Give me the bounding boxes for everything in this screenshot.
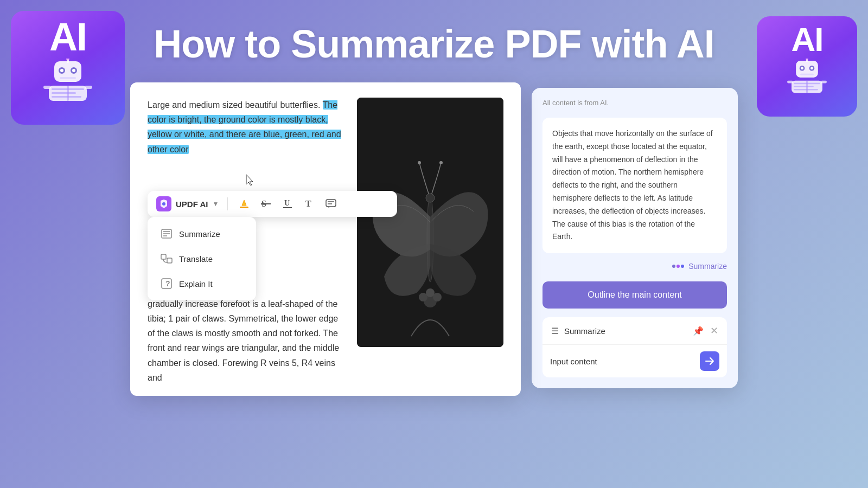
ai-source-label: All content is from AI. bbox=[542, 99, 727, 107]
page-title: How to Summarize PDF with AI bbox=[0, 22, 868, 66]
toolbar-chevron: ▼ bbox=[212, 200, 219, 208]
svg-rect-13 bbox=[43, 86, 51, 89]
svg-point-3 bbox=[60, 69, 63, 72]
chat-section: ☰ Summarize 📌 ✕ bbox=[542, 317, 727, 377]
chat-input[interactable] bbox=[550, 357, 694, 366]
svg-rect-32 bbox=[240, 207, 248, 208]
svg-point-53 bbox=[426, 194, 435, 202]
chat-input-area bbox=[542, 345, 727, 377]
pin-icon[interactable]: 📌 bbox=[693, 326, 704, 336]
svg-rect-10 bbox=[52, 92, 76, 94]
pdf-toolbar: UPDF AI ▼ S U bbox=[148, 191, 397, 217]
svg-rect-14 bbox=[85, 86, 92, 89]
text-icon[interactable]: T bbox=[302, 196, 317, 211]
dropdown-summarize[interactable]: Summarize bbox=[152, 221, 252, 246]
svg-rect-27 bbox=[806, 81, 808, 93]
svg-point-52 bbox=[439, 161, 443, 164]
dropdown-translate[interactable]: Translate bbox=[152, 246, 252, 271]
chat-title: Summarize bbox=[564, 326, 605, 336]
dropdown-explain-label: Explain It bbox=[179, 279, 213, 288]
svg-point-7 bbox=[66, 59, 69, 60]
list-icon: ☰ bbox=[551, 326, 559, 336]
svg-rect-29 bbox=[821, 81, 827, 84]
ai-content-text: Objects that move horizontally on the su… bbox=[552, 127, 717, 243]
svg-rect-38 bbox=[326, 200, 336, 207]
summarize-label: Summarize bbox=[688, 262, 727, 271]
summarize-dots bbox=[672, 265, 684, 268]
robot-right-body bbox=[787, 59, 827, 96]
svg-text:U: U bbox=[284, 199, 290, 207]
toolbar-brand-name: UPDF AI bbox=[176, 200, 208, 209]
pdf-text-area: Large and medium sized beautiful butterf… bbox=[148, 98, 346, 385]
highlight-icon[interactable] bbox=[237, 196, 252, 211]
ai-panel: All content is from AI. Objects that mov… bbox=[532, 88, 738, 388]
underline-icon[interactable]: U bbox=[280, 196, 295, 211]
dropdown-translate-label: Translate bbox=[179, 254, 213, 264]
outline-button[interactable]: Outline the main content bbox=[542, 281, 727, 309]
dot-2 bbox=[676, 265, 680, 268]
ai-summarize-label-row: Summarize bbox=[542, 262, 727, 271]
translate-icon bbox=[161, 253, 173, 265]
pdf-text: Large and medium sized beautiful butterf… bbox=[148, 98, 346, 157]
toolbar-divider bbox=[227, 197, 228, 210]
svg-rect-26 bbox=[794, 89, 818, 90]
send-button[interactable] bbox=[700, 351, 719, 371]
svg-rect-45 bbox=[161, 254, 166, 259]
chat-header-right: 📌 ✕ bbox=[693, 325, 718, 337]
pdf-content: Large and medium sized beautiful butterf… bbox=[148, 98, 503, 385]
svg-rect-46 bbox=[167, 258, 172, 263]
main-area: Large and medium sized beautiful butterf… bbox=[0, 82, 868, 396]
ai-text-left: AI bbox=[49, 17, 86, 56]
svg-rect-5 bbox=[60, 77, 76, 79]
dropdown-explain[interactable]: ? Explain It bbox=[152, 271, 252, 296]
comment-icon[interactable] bbox=[323, 196, 339, 211]
summarize-icon bbox=[161, 228, 173, 240]
toolbar-brand: UPDF AI ▼ bbox=[156, 196, 219, 211]
pdf-text-before: Large and medium sized beautiful butterf… bbox=[148, 100, 323, 110]
svg-point-18 bbox=[801, 67, 803, 69]
svg-point-57 bbox=[426, 288, 435, 297]
svg-rect-28 bbox=[787, 81, 793, 84]
ai-robot-right: AI bbox=[757, 16, 857, 117]
explain-icon: ? bbox=[161, 278, 173, 290]
svg-point-22 bbox=[806, 59, 808, 60]
pdf-viewer: Large and medium sized beautiful butterf… bbox=[130, 82, 521, 396]
ai-robot-left: AI bbox=[11, 11, 125, 125]
dot-3 bbox=[681, 265, 684, 268]
pdf-text-after: gradually increase forefoot is a leaf-sh… bbox=[148, 297, 346, 385]
svg-point-19 bbox=[810, 67, 813, 69]
dropdown-summarize-label: Summarize bbox=[179, 229, 220, 239]
robot-left-body bbox=[43, 59, 92, 104]
dot-1 bbox=[672, 265, 675, 268]
svg-rect-20 bbox=[800, 74, 813, 75]
chat-header-left: ☰ Summarize bbox=[551, 326, 605, 336]
svg-text:?: ? bbox=[165, 279, 170, 288]
chat-header: ☰ Summarize 📌 ✕ bbox=[542, 317, 727, 345]
ai-panel-content-box: Objects that move horizontally on the su… bbox=[542, 118, 727, 253]
svg-rect-25 bbox=[794, 86, 814, 87]
page-header: How to Summarize PDF with AI bbox=[0, 0, 868, 82]
ai-text-right: AI bbox=[792, 23, 823, 56]
butterfly-image bbox=[357, 98, 503, 347]
svg-point-51 bbox=[418, 161, 421, 164]
close-icon[interactable]: ✕ bbox=[710, 325, 718, 337]
svg-rect-11 bbox=[52, 96, 81, 98]
strikethrough-icon[interactable]: S bbox=[258, 196, 273, 211]
context-dropdown: Summarize Translate ? Explain It bbox=[148, 217, 256, 300]
svg-point-31 bbox=[162, 202, 165, 206]
svg-rect-12 bbox=[67, 86, 69, 101]
svg-point-4 bbox=[72, 69, 75, 72]
svg-text:T: T bbox=[305, 199, 311, 208]
ai-panel-source: All content is from AI. bbox=[542, 99, 727, 109]
toolbar-icons: S U T bbox=[237, 196, 339, 211]
